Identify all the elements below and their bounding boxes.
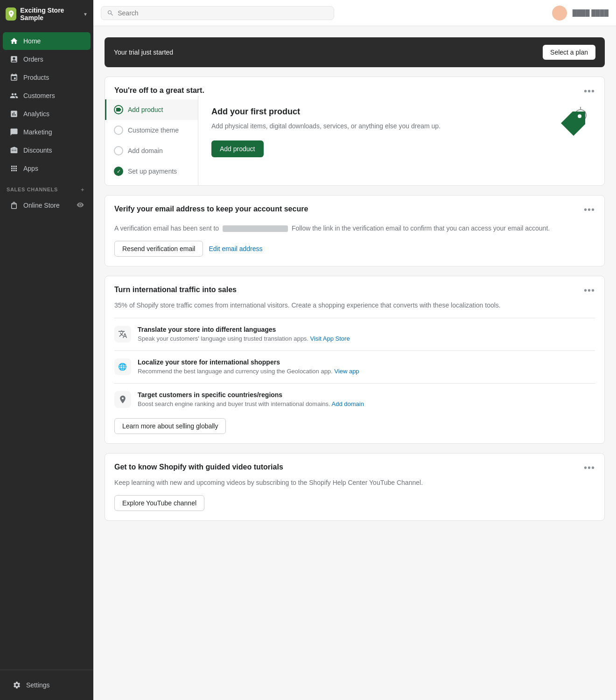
sidebar-item-orders[interactable]: Orders [3,50,91,68]
international-header: Turn international traffic into sales ••… [105,276,604,295]
active-step-title: Add your first product [211,107,545,117]
localize-icon: 🌐 [114,358,131,375]
home-icon [9,36,19,46]
sidebar-item-products[interactable]: Products [3,69,91,86]
step-set-up-payments-indicator: ✓ [114,167,123,176]
search-input[interactable] [118,9,328,17]
orders-label: Orders [23,56,43,63]
sidebar-item-online-store[interactable]: Online Store [3,197,91,214]
great-start-menu-icon[interactable]: ••• [584,86,595,96]
target-title: Target customers in specific countries/r… [138,391,595,399]
marketing-icon [9,127,19,137]
verify-email-header: Verify your email address to keep your a… [105,196,604,214]
verify-email-menu-icon[interactable]: ••• [584,205,595,214]
step-add-domain[interactable]: Add domain [105,140,198,161]
add-domain-link[interactable]: Add domain [332,400,364,407]
sidebar-item-customers[interactable]: Customers [3,87,91,105]
great-start-step-detail: Add your first product Add physical item… [211,107,545,157]
intl-target-text: Target customers in specific countries/r… [138,391,595,408]
step-customize-theme-label: Customize theme [128,126,179,134]
intl-translate-item: Translate your store into different lang… [114,318,595,350]
sidebar-item-apps[interactable]: Apps [3,160,91,177]
sidebar-item-settings[interactable]: Settings [6,676,88,694]
sidebar-item-discounts[interactable]: Discounts [3,141,91,159]
youtube-menu-icon[interactable]: ••• [584,463,595,472]
international-menu-icon[interactable]: ••• [584,286,595,295]
analytics-label: Analytics [23,110,49,118]
translate-icon [114,326,131,343]
step-add-product[interactable]: Add product [105,99,198,120]
learn-more-selling-globally-button[interactable]: Learn more about selling globally [114,418,226,434]
add-sales-channel-btn[interactable]: ＋ [78,185,87,194]
topbar-right: ████ ████ [552,6,609,21]
intl-translate-text: Translate your store into different lang… [138,326,595,343]
discounts-icon [9,146,19,155]
product-tag-illustration [554,107,591,144]
products-icon [9,73,19,82]
great-start-content: Add your first product Add physical item… [198,96,604,185]
svg-text:🌐: 🌐 [118,363,127,371]
analytics-icon [9,109,19,119]
main-area: ████ ████ Your trial just started Select… [93,0,616,700]
youtube-title: Get to know Shopify with guided video tu… [114,463,283,471]
resend-verification-button[interactable]: Resend verification email [114,241,203,257]
trial-banner-text: Your trial just started [114,49,173,56]
intl-localize-text: Localize your store for international sh… [138,358,595,376]
view-app-link[interactable]: View app [334,368,359,375]
online-store-eye-icon[interactable] [77,201,84,210]
sidebar-nav: Home Orders Products Custo [0,28,93,670]
verify-email-desc: A verification email has been sent to Fo… [114,224,595,233]
online-store-left: Online Store [9,201,60,210]
localize-desc: Recommend the best language and currency… [138,367,595,376]
visit-app-store-link[interactable]: Visit App Store [310,335,350,342]
discounts-label: Discounts [23,147,52,154]
step-customize-theme[interactable]: Customize theme [105,120,198,140]
step-customize-theme-indicator [114,126,123,135]
active-step-desc: Add physical items, digital downloads, s… [211,121,545,131]
store-chevron-icon: ▼ [83,12,88,17]
search-bar[interactable] [101,6,334,20]
sales-channels-label: SALES CHANNELS [7,187,58,192]
search-icon [107,9,114,17]
target-desc: Boost search engine ranking and buyer tr… [138,400,595,408]
sidebar-item-marketing[interactable]: Marketing [3,123,91,141]
step-set-up-payments[interactable]: ✓ Set up payments [105,161,198,182]
localize-title: Localize your store for international sh… [138,358,595,366]
verify-email-card: Verify your email address to keep your a… [105,195,605,266]
add-product-button[interactable]: Add product [211,140,264,157]
orders-icon [9,55,19,64]
youtube-body: Keep learning with new and upcoming vide… [105,472,604,520]
avatar[interactable] [552,6,567,21]
settings-icon [12,680,21,690]
international-title: Turn international traffic into sales [114,286,237,294]
home-label: Home [23,37,41,45]
verify-email-actions: Resend verification email Edit email add… [114,241,595,257]
sidebar: Exciting Store Sample ▼ Home Orders [0,0,93,700]
step-set-up-payments-label: Set up payments [128,168,177,175]
step-add-product-label: Add product [128,106,163,113]
store-name-label: Exciting Store Sample [20,7,77,21]
intl-target-item: Target customers in specific countries/r… [114,383,595,416]
customers-label: Customers [23,92,55,99]
store-logo [6,7,16,21]
great-start-steps: Add product Customize theme Add domain [105,96,198,185]
edit-email-link[interactable]: Edit email address [209,245,262,252]
great-start-title: You're off to a great start. [114,86,204,95]
online-store-label: Online Store [23,202,60,209]
translate-title: Translate your store into different lang… [138,326,595,333]
youtube-desc: Keep learning with new and upcoming vide… [114,472,595,495]
great-start-layout: Add product Customize theme Add domain [105,96,604,185]
international-body: 35% of Shopify store traffic comes from … [105,295,604,443]
apps-icon [9,164,19,173]
translate-desc: Speak your customers' language using tru… [138,335,595,343]
topbar: ████ ████ [93,0,616,26]
sidebar-bottom: Settings [0,670,93,700]
products-label: Products [23,74,49,81]
store-header[interactable]: Exciting Store Sample ▼ [0,0,93,28]
explore-youtube-button[interactable]: Explore YouTube channel [114,495,204,511]
sidebar-item-home[interactable]: Home [3,32,91,50]
target-icon [114,391,131,408]
select-plan-button[interactable]: Select a plan [543,45,595,60]
sidebar-item-analytics[interactable]: Analytics [3,105,91,123]
intl-localize-item: 🌐 Localize your store for international … [114,350,595,383]
